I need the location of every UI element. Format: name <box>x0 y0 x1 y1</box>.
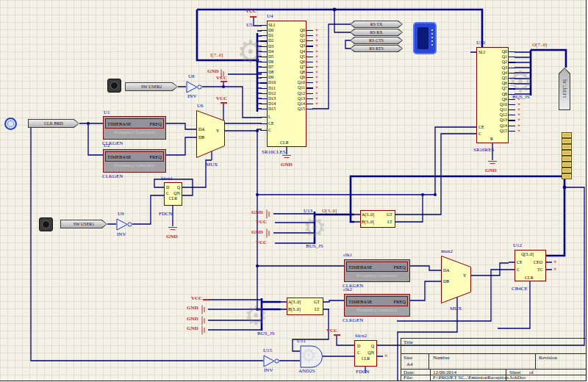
comp2-gt-pin: GT <box>314 300 320 304</box>
pin-label: D4 <box>267 49 286 54</box>
pin-label: Q8 <box>288 70 306 75</box>
bottom-joiner-type: BUS_JS <box>257 331 275 336</box>
freq-gen-caption: Frequency Generator <box>346 273 408 278</box>
u1-designator: U1 <box>104 110 110 115</box>
led-pad[interactable] <box>562 132 572 138</box>
u8-part-type: INV <box>187 94 196 99</box>
qn-pin: QN <box>173 191 180 195</box>
port-label: CLK BRD <box>29 120 79 127</box>
u10-c-pin: C <box>478 131 481 136</box>
pin-label: D0 <box>267 28 286 33</box>
clk2-frequency-generator[interactable]: TIMEBASEFREQ Frequency Generator <box>344 294 410 317</box>
led-bus-port[interactable]: LED[7..0] <box>559 68 570 110</box>
pin-label: Q3 <box>288 43 306 48</box>
led-pad[interactable] <box>562 162 572 167</box>
pin-label: Q5 <box>490 76 509 81</box>
file-value: F:\PROJET SC..\EmissionReception.SchDoc <box>433 375 526 381</box>
rs-port[interactable]: RS TX <box>350 21 403 28</box>
led-pad[interactable] <box>562 173 572 179</box>
gnd-label: GND <box>187 306 198 311</box>
clr-pin: CLR <box>165 196 182 201</box>
q-pin: Q <box>371 344 374 348</box>
gnd-label: GND <box>281 162 293 167</box>
sw-user1-port[interactable]: SW USER1 <box>60 220 107 228</box>
qn-pin: QN <box>368 350 374 355</box>
freq-pin: FREQ <box>149 154 162 159</box>
vcc-label: VCC <box>191 296 202 301</box>
u12-part-type: CB4CE <box>512 286 528 292</box>
vcc-label: VCC <box>256 220 267 225</box>
port-label: RS RX <box>351 29 402 35</box>
rs-port[interactable]: RS RX <box>350 29 403 36</box>
clk-brd-port[interactable]: CLK BRD <box>28 119 79 128</box>
gnd-symbol-icon <box>282 155 291 160</box>
gnd-label: GND <box>187 326 198 331</box>
u1-frequency-generator[interactable]: TIMEBASEFREQ Frequency Generator <box>103 116 166 140</box>
push-button-icon[interactable] <box>107 79 121 93</box>
u2-designator: U2 <box>104 143 110 148</box>
u15-part-type: INV <box>264 368 273 373</box>
gnd-label: GND <box>485 168 497 173</box>
port-label: RS RTS <box>351 46 402 51</box>
push-button-icon[interactable] <box>39 217 53 231</box>
pin-label: D10 <box>267 80 286 85</box>
freq-gen-caption: Frequency Generator <box>105 129 164 134</box>
vcc-symbol-icon <box>220 81 227 82</box>
port-label: SW USER2 <box>126 83 177 90</box>
pin-label: D9 <box>267 75 286 80</box>
revision-label: Revision <box>539 356 557 361</box>
pin-label: Q5 <box>288 54 306 60</box>
u12-clr-pin: CLR <box>525 275 534 280</box>
pin-label: D12 <box>267 91 286 96</box>
sw-user2-port[interactable]: SW USER2 <box>125 82 178 91</box>
freq-pin: FREQ <box>393 299 406 304</box>
sheet-of-label: of <box>529 370 534 375</box>
gnd-label: GND <box>187 317 198 322</box>
pin-label: Q15 <box>490 129 509 134</box>
led-pad[interactable] <box>562 167 572 173</box>
fdcn1-flipflop[interactable]: DQ CQN CLR <box>164 182 182 206</box>
title-block: Title Size A4 Number Revision Date: 12/0… <box>401 338 586 381</box>
u2-part-type: CLKGEN <box>102 174 123 179</box>
pin-label: Q9 <box>288 75 306 80</box>
rs-port[interactable]: RS RTS <box>350 45 403 52</box>
led-pad[interactable] <box>562 156 572 162</box>
u11-and-gate[interactable] <box>300 345 326 371</box>
u2-frequency-generator[interactable]: TIMEBASEFREQ Frequency Generator <box>103 149 166 173</box>
mux2-y-pin: Y <box>463 273 466 278</box>
db9-connector[interactable] <box>413 22 437 54</box>
freq-pin: FREQ <box>393 264 406 270</box>
u4-clr-pin: CLR <box>280 140 289 145</box>
gnd-symbol-icon <box>202 326 207 335</box>
u4-ctrl-pins: LCEC <box>267 115 283 133</box>
u9-designator: U9 <box>118 212 124 217</box>
fdcn2-flipflop[interactable]: DQ CQN CLR <box>354 340 377 367</box>
comp2-lt-pin: LT <box>315 307 320 311</box>
timebase-pin: TIMEBASE <box>107 154 132 159</box>
clock-source-icon[interactable] <box>4 118 17 130</box>
led-pad[interactable] <box>562 144 572 150</box>
schematic-canvas: U4 SLID0D1D2D3D4D5D6D7D8D9D10D11D12D13D1… <box>0 0 588 382</box>
gnd-symbol-icon <box>202 306 207 314</box>
pin-label: D2 <box>267 38 286 43</box>
u4-right-pins: Q0Q1Q2Q3Q4Q5Q6Q7Q8Q9Q10Q11Q12Q13Q14Q15 <box>288 28 306 112</box>
led-pad[interactable] <box>562 150 572 156</box>
clk1-frequency-generator[interactable]: TIMEBASEFREQ Frequency Generator <box>344 259 410 282</box>
rs-port[interactable]: RS CTS <box>350 37 403 44</box>
gear-watermark-icon <box>303 215 326 241</box>
u10-designator: U10 <box>476 40 485 46</box>
title-label: Title <box>404 340 413 345</box>
pin-label: D6 <box>267 60 286 65</box>
d-pin: D <box>357 344 360 348</box>
gear-watermark-icon <box>244 303 268 329</box>
u9-part-type: INV <box>117 232 126 237</box>
net-label-i-bus: I[7..0] <box>210 53 223 58</box>
pin-label: D3 <box>267 44 286 49</box>
comp2-b-pin: B[3..0] <box>288 307 301 311</box>
pin-label: Q9 <box>490 97 509 102</box>
pin-label: Q4 <box>490 71 509 76</box>
net-label-o-bus: O[7..0] <box>532 43 547 48</box>
comp2-a-pin: A[3..0] <box>288 300 301 304</box>
u13-designator: U13 <box>304 209 312 214</box>
led-pad[interactable] <box>562 138 572 144</box>
